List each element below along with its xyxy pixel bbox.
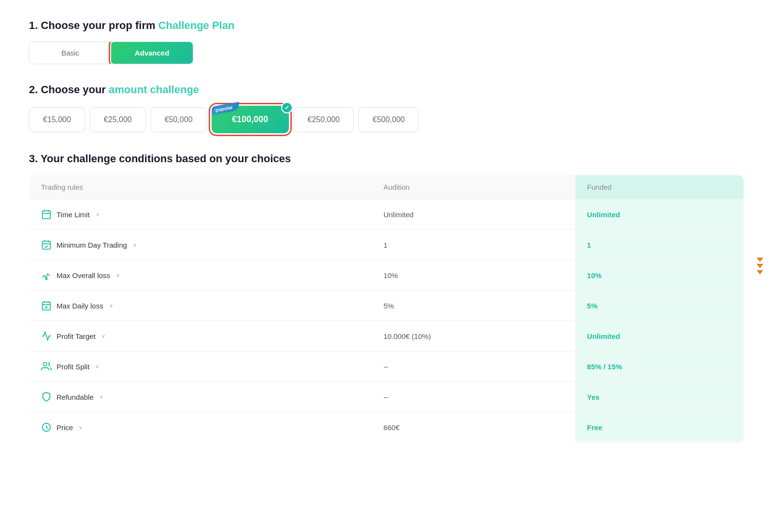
calendar-x-icon [41,300,52,311]
loss-icon [41,270,52,280]
svg-rect-0 [43,211,51,219]
table-row: Max Daily loss ∨ 5%5% [29,291,744,321]
audition-min-day-trading: 1 [372,230,575,260]
svg-point-8 [45,278,47,280]
scroll-arrow-2 [757,264,763,268]
table-row: Profit Target ∨ 10.000€ (10%)Unlimited [29,321,744,351]
funded-price: Free [575,412,744,443]
audition-max-daily-loss: 5% [372,291,575,321]
row-label-min-day-trading: Minimum Day Trading ∨ [41,239,360,250]
coin-icon [41,422,52,433]
table-row: Time Limit ∨ UnlimitedUnlimited [29,199,744,230]
col-trading-rules: Trading rules [29,175,372,199]
funded-min-day-trading: 1 [575,230,744,260]
audition-profit-split: -- [372,351,575,382]
amount-100k[interactable]: popular €100,000 ✓ [212,106,289,133]
svg-rect-4 [43,241,51,250]
funded-time-limit: Unlimited [575,199,744,230]
col-funded: Funded [575,175,744,199]
section2-title: 2. Choose your amount challenge [29,84,744,96]
plan-toggle: Basic Advanced [29,42,193,64]
selected-check-icon: ✓ [281,102,293,113]
basic-plan-button[interactable]: Basic [29,42,111,64]
table-row: Max Overall loss ∨ 10%10% [29,260,744,291]
scroll-indicators [757,258,763,275]
people-icon [41,361,52,372]
funded-max-daily-loss: 5% [575,291,744,321]
conditions-table: Trading rules Audition Funded Time Limit… [29,175,744,443]
section3-title: 3. Your challenge conditions based on yo… [29,153,744,165]
advanced-plan-button[interactable]: Advanced [111,42,193,64]
row-label-time-limit: Time Limit ∨ [41,209,360,220]
audition-profit-target: 10.000€ (10%) [372,321,575,351]
svg-rect-9 [43,302,51,310]
table-row: Minimum Day Trading ∨ 11 [29,230,744,260]
svg-point-15 [43,363,47,366]
audition-max-overall-loss: 10% [372,260,575,291]
amount-50k[interactable]: €50,000 [151,107,207,132]
row-label-profit-target: Profit Target ∨ [41,331,360,341]
section1-title: 1. Choose your prop firm Challenge Plan [29,19,744,32]
row-label-profit-split: Profit Split ∨ [41,361,360,372]
amount-options: €15,000 €25,000 €50,000 popular €100,000… [29,106,744,133]
funded-refundable: Yes [575,382,744,412]
table-row: Price ∨ 660€Free [29,412,744,443]
scroll-arrow-1 [757,258,763,262]
row-label-refundable: Refundable ∨ [41,392,360,402]
calendar-check-icon [41,239,52,250]
audition-refundable: -- [372,382,575,412]
table-row: Profit Split ∨ --85% / 15% [29,351,744,382]
audition-price: 660€ [372,412,575,443]
row-label-price: Price ∨ [41,422,360,433]
audition-time-limit: Unlimited [372,199,575,230]
funded-max-overall-loss: 10% [575,260,744,291]
row-label-max-daily-loss: Max Daily loss ∨ [41,300,360,311]
chart-icon [41,331,52,341]
amount-25k[interactable]: €25,000 [90,107,146,132]
popular-badge: popular [211,102,240,115]
shield-icon [41,392,52,402]
amount-500k[interactable]: €500,000 [358,107,419,132]
table-row: Refundable ∨ --Yes [29,382,744,412]
amount-250k[interactable]: €250,000 [294,107,354,132]
scroll-arrow-3 [757,270,763,275]
row-label-max-overall-loss: Max Overall loss ∨ [41,270,360,280]
calendar-icon [41,209,52,220]
col-audition: Audition [372,175,575,199]
amount-15k[interactable]: €15,000 [29,107,85,132]
funded-profit-target: Unlimited [575,321,744,351]
funded-profit-split: 85% / 15% [575,351,744,382]
